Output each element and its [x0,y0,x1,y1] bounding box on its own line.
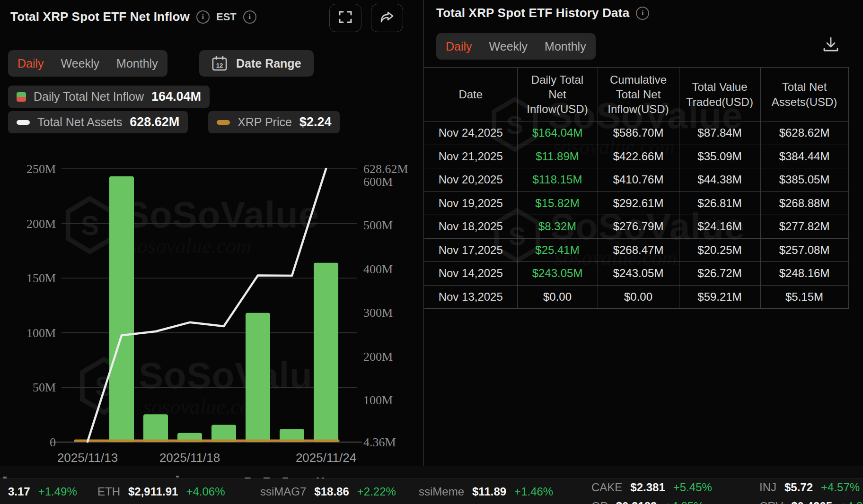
table-row[interactable]: Nov 14,2025$243.05M$243.05M$26.72M$248.1… [424,262,848,286]
bar-2025/11/24[interactable] [314,263,338,442]
cell-value-traded: $26.81M [679,191,760,215]
clipped-text: ETF M [244,475,337,478]
history-tab-weekly[interactable]: Weekly [489,40,528,53]
legend-chip-xrp-price[interactable]: XRP Price$2.24 [208,111,340,133]
cell-cumulative-inflow: $586.70M [598,122,679,145]
table-row[interactable]: Nov 17,2025$25.41M$268.47M$20.25M$257.08… [424,238,848,262]
clipped-text-row: ETF M [0,466,863,478]
cell-net-assets: $628.62M [760,122,848,145]
ticker-item-cake[interactable]: CAKE$2.381+5.45%OP$0.2183+4.85% [591,481,712,504]
info-icon[interactable]: i [636,7,649,20]
legend-label: Total Net Assets [37,115,122,129]
chart-tab-daily[interactable]: Daily [18,57,44,70]
net-inflow-panel: Total XRP Spot ETF Net Inflow i EST i Da… [0,0,423,466]
cell-daily-inflow: $118.15M [517,168,598,192]
legend-chip-total-net-assets[interactable]: Total Net Assets628.62M [8,111,188,133]
legend-label: Daily Total Net Inflow [34,90,144,104]
legend-label: XRP Price [238,115,292,129]
cell-value-traded: $44.38M [679,168,760,192]
ticker-item-clipped[interactable]: 3.17+1.49% [0,485,77,498]
share-icon [380,10,394,26]
fullscreen-button[interactable] [329,4,361,32]
ticker-price: $5.72 [784,481,813,494]
history-period-tabs: DailyWeeklyMonthly [436,33,596,60]
cell-cumulative-inflow: $410.76M [598,168,679,192]
xrp-price-line-icon [217,120,230,125]
cell-net-assets: $268.88M [760,191,848,215]
cell-cumulative-inflow: $243.05M [598,262,679,286]
history-tab-daily[interactable]: Daily [446,40,472,53]
cell-date: Nov 13,2025 [424,285,517,309]
cell-value-traded: $24.16M [679,215,760,239]
y-axis-left-label: 50M [33,381,56,394]
cell-daily-inflow: $25.41M [517,238,598,262]
ticker-price: $0.2183 [616,500,657,504]
timezone-label: EST [216,11,237,23]
cell-cumulative-inflow: $268.47M [598,238,679,262]
legend-chip-daily-total-net-inflow[interactable]: Daily Total Net Inflow164.04M [8,86,210,108]
cell-net-assets: $385.05M [760,168,848,192]
history-table: DateDaily Total Net Inflow(USD)Cumulativ… [424,67,849,309]
share-button[interactable] [371,4,403,32]
y-axis-left-label: 150M [26,271,56,285]
table-row[interactable]: Nov 20,2025$118.15M$410.76M$44.38M$385.0… [424,168,848,192]
download-button[interactable] [822,36,839,55]
y-axis-left-label: 200M [26,217,56,231]
table-row[interactable]: Nov 13,2025$0.00$0.00$59.21M$5.15M [424,285,848,309]
x-axis-label: 2025/11/13 [57,451,118,465]
cell-cumulative-inflow: $0.00 [598,285,679,309]
y-axis-right-label: 100M [363,393,393,407]
info-icon[interactable]: i [196,10,210,24]
cell-date: Nov 19,2025 [424,191,517,215]
svg-text:12: 12 [216,62,223,69]
chart-tab-weekly[interactable]: Weekly [61,57,100,70]
table-row[interactable]: Nov 18,2025$8.32M$276.79M$24.16M$277.82M [424,215,848,239]
ticker-price: $11.89 [472,485,506,498]
history-data-panel: Total XRP Spot ETF History Data i DailyW… [424,0,863,466]
date-range-button[interactable]: 12 Date Range [199,50,314,77]
cell-daily-inflow: $8.32M [517,215,598,239]
table-row[interactable]: Nov 24,2025$164.04M$586.70M$87.84M$628.6… [424,122,848,145]
y-axis-left-label: 250M [26,162,56,176]
market-ticker-bar[interactable]: 3.17+1.49%ETH$2,911.91+4.06%ssiMAG7$18.8… [0,478,863,504]
ticker-symbol: ssiMAG7 [260,485,306,498]
chart-period-tabs: DailyWeeklyMonthly [8,50,167,77]
fullscreen-icon [339,10,352,26]
calendar-icon: 12 [211,55,228,71]
ticker-item-ssimag7[interactable]: ssiMAG7$18.86+2.22% [260,485,396,498]
bar-2025/11/14[interactable] [109,176,134,442]
ticker-price: $0.4365 [791,500,832,504]
ticker-next-row: OP$0.2183+4.85% [591,500,712,504]
chart-tab-monthly[interactable]: Monthly [116,57,158,70]
ticker-item-ssimeme[interactable]: ssiMeme$11.89+1.46% [419,485,553,498]
ticker-change: +4.06% [186,485,225,498]
x-axis-label: 2025/11/24 [296,451,356,465]
cell-date: Nov 21,2025 [424,145,517,168]
y-axis-right-label: 500M [363,218,393,232]
ticker-symbol: OP [591,500,608,504]
history-table-header: DateDaily Total Net Inflow(USD)Cumulativ… [424,68,848,122]
column-header-total-value-traded: Total Value Traded(USD) [679,68,760,122]
bar-2025/11/20[interactable] [246,313,270,442]
info-icon[interactable]: i [243,10,256,24]
y-axis-right-label: 400M [363,262,393,276]
table-row[interactable]: Nov 21,2025$11.89M$422.66M$35.09M$384.44… [424,145,848,168]
cell-cumulative-inflow: $422.66M [598,145,679,168]
ticker-item-eth[interactable]: ETH$2,911.91+4.06% [97,485,225,498]
ticker-item-inj[interactable]: INJ$5.72+4.57%CRV$0.4365+4.3% [759,481,863,504]
bar-2025/11/17[interactable] [143,414,168,442]
legend-value: 164.04M [151,89,201,104]
cell-value-traded: $35.09M [679,145,760,168]
ticker-price: $2.381 [630,481,665,494]
column-header-date: Date [424,68,517,122]
clipped-text-fragment [176,476,179,478]
date-range-label: Date Range [236,57,301,70]
legend-value: 628.62M [130,115,179,130]
table-row[interactable]: Nov 19,2025$15.82M$292.61M$26.81M$268.88… [424,191,848,215]
cell-net-assets: $277.82M [760,215,848,239]
ticker-change: +2.22% [357,485,396,498]
cell-date: Nov 24,2025 [424,122,517,145]
history-tab-monthly[interactable]: Monthly [545,40,586,53]
y-axis-left-label: 100M [26,326,56,340]
cell-net-assets: $384.44M [760,145,848,168]
